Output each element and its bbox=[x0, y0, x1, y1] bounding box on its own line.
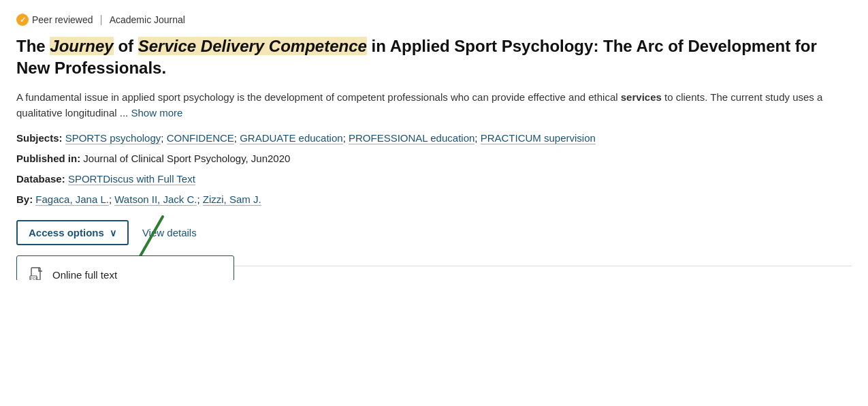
subject-link-1[interactable]: CONFIDENCE bbox=[167, 132, 234, 144]
article-title: The Journey of Service Delivery Competen… bbox=[16, 35, 852, 80]
subject-link-3[interactable]: PROFESSIONAL education bbox=[349, 132, 475, 144]
authors-label: By: bbox=[16, 193, 33, 205]
title-middle1: of bbox=[114, 37, 138, 55]
access-options-label: Access options bbox=[29, 227, 104, 238]
peer-reviewed-badge: ✓ Peer reviewed bbox=[16, 14, 93, 26]
online-full-text-label: Online full text bbox=[52, 269, 117, 281]
chevron-down-icon: ∨ bbox=[110, 228, 116, 238]
published-in-value: Journal of Clinical Sport Psychology, Ju… bbox=[83, 153, 290, 164]
meta-row: ✓ Peer reviewed | Academic Journal bbox=[16, 14, 852, 26]
subject-link-2[interactable]: GRADUATE education bbox=[240, 132, 342, 144]
check-icon: ✓ bbox=[16, 14, 29, 26]
published-in-label: Published in: bbox=[16, 153, 80, 164]
subject-link-4[interactable]: PRACTICUM supervision bbox=[481, 132, 596, 144]
database-value[interactable]: SPORTDiscus with Full Text bbox=[68, 173, 195, 185]
access-options-button[interactable]: Access options ∨ bbox=[16, 220, 129, 245]
access-options-dropdown: PDF Online full text PDF PDF bbox=[16, 255, 234, 280]
document-icon-online: PDF bbox=[29, 267, 44, 280]
show-more-link[interactable]: Show more bbox=[131, 107, 182, 119]
journal-type: Academic Journal bbox=[110, 14, 185, 25]
title-highlight2: Service Delivery Competence bbox=[138, 37, 367, 55]
author-link-1[interactable]: Watson II, Jack C. bbox=[114, 193, 197, 206]
author-link-2[interactable]: Zizzi, Sam J. bbox=[203, 193, 261, 206]
abstract-bold: services bbox=[621, 91, 662, 103]
svg-text:PDF: PDF bbox=[31, 277, 39, 280]
subjects-label: Subjects: bbox=[16, 132, 63, 144]
author-link-0[interactable]: Fagaca, Jana L. bbox=[35, 193, 109, 206]
dropdown-item-online-full-text[interactable]: PDF Online full text bbox=[17, 260, 234, 280]
subject-link-0[interactable]: SPORTS psychology bbox=[65, 132, 161, 144]
subjects-row: Subjects: SPORTS psychology; CONFIDENCE;… bbox=[16, 130, 852, 146]
divider-pipe: | bbox=[100, 14, 103, 26]
view-details-button[interactable]: View details bbox=[140, 221, 199, 244]
database-row: Database: SPORTDiscus with Full Text bbox=[16, 171, 852, 187]
abstract-start: A fundamental issue in applied sport psy… bbox=[16, 91, 621, 103]
authors-row: By: Fagaca, Jana L.; Watson II, Jack C.;… bbox=[16, 191, 852, 208]
abstract-text: A fundamental issue in applied sport psy… bbox=[16, 89, 852, 121]
database-label: Database: bbox=[16, 173, 65, 185]
title-highlight1: Journey bbox=[50, 37, 113, 55]
title-prefix: The bbox=[16, 37, 50, 55]
peer-reviewed-label: Peer reviewed bbox=[32, 14, 93, 25]
actions-row: Access options ∨ View details PDF Online… bbox=[16, 220, 852, 245]
published-in-row: Published in: Journal of Clinical Sport … bbox=[16, 151, 852, 167]
